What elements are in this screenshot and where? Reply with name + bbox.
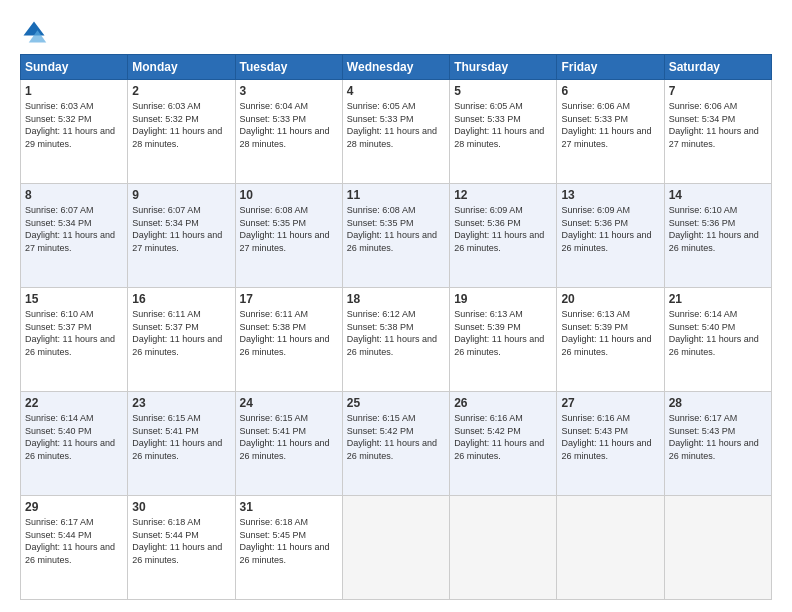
- day-number: 15: [25, 292, 123, 306]
- day-info: Sunrise: 6:10 AMSunset: 5:37 PMDaylight:…: [25, 309, 115, 357]
- calendar-day-cell: 9Sunrise: 6:07 AMSunset: 5:34 PMDaylight…: [128, 184, 235, 288]
- day-number: 25: [347, 396, 445, 410]
- day-info: Sunrise: 6:06 AMSunset: 5:34 PMDaylight:…: [669, 101, 759, 149]
- day-number: 1: [25, 84, 123, 98]
- day-number: 12: [454, 188, 552, 202]
- day-info: Sunrise: 6:09 AMSunset: 5:36 PMDaylight:…: [454, 205, 544, 253]
- day-info: Sunrise: 6:15 AMSunset: 5:42 PMDaylight:…: [347, 413, 437, 461]
- day-of-week-header: Sunday: [21, 55, 128, 80]
- calendar-week-row: 1Sunrise: 6:03 AMSunset: 5:32 PMDaylight…: [21, 80, 772, 184]
- calendar-day-cell: 21Sunrise: 6:14 AMSunset: 5:40 PMDayligh…: [664, 288, 771, 392]
- day-info: Sunrise: 6:09 AMSunset: 5:36 PMDaylight:…: [561, 205, 651, 253]
- calendar-day-cell: 13Sunrise: 6:09 AMSunset: 5:36 PMDayligh…: [557, 184, 664, 288]
- day-info: Sunrise: 6:05 AMSunset: 5:33 PMDaylight:…: [454, 101, 544, 149]
- day-number: 4: [347, 84, 445, 98]
- day-number: 22: [25, 396, 123, 410]
- calendar: SundayMondayTuesdayWednesdayThursdayFrid…: [20, 54, 772, 600]
- day-number: 10: [240, 188, 338, 202]
- calendar-day-cell: 19Sunrise: 6:13 AMSunset: 5:39 PMDayligh…: [450, 288, 557, 392]
- day-number: 28: [669, 396, 767, 410]
- day-info: Sunrise: 6:12 AMSunset: 5:38 PMDaylight:…: [347, 309, 437, 357]
- calendar-week-row: 29Sunrise: 6:17 AMSunset: 5:44 PMDayligh…: [21, 496, 772, 600]
- calendar-day-cell: 3Sunrise: 6:04 AMSunset: 5:33 PMDaylight…: [235, 80, 342, 184]
- day-number: 27: [561, 396, 659, 410]
- day-number: 29: [25, 500, 123, 514]
- calendar-day-cell: 29Sunrise: 6:17 AMSunset: 5:44 PMDayligh…: [21, 496, 128, 600]
- calendar-day-cell: 22Sunrise: 6:14 AMSunset: 5:40 PMDayligh…: [21, 392, 128, 496]
- calendar-day-cell: 31Sunrise: 6:18 AMSunset: 5:45 PMDayligh…: [235, 496, 342, 600]
- calendar-day-cell: 16Sunrise: 6:11 AMSunset: 5:37 PMDayligh…: [128, 288, 235, 392]
- day-info: Sunrise: 6:15 AMSunset: 5:41 PMDaylight:…: [132, 413, 222, 461]
- day-info: Sunrise: 6:07 AMSunset: 5:34 PMDaylight:…: [25, 205, 115, 253]
- calendar-day-cell: 30Sunrise: 6:18 AMSunset: 5:44 PMDayligh…: [128, 496, 235, 600]
- day-info: Sunrise: 6:14 AMSunset: 5:40 PMDaylight:…: [669, 309, 759, 357]
- calendar-day-cell: 25Sunrise: 6:15 AMSunset: 5:42 PMDayligh…: [342, 392, 449, 496]
- calendar-day-cell: 17Sunrise: 6:11 AMSunset: 5:38 PMDayligh…: [235, 288, 342, 392]
- day-of-week-header: Saturday: [664, 55, 771, 80]
- day-number: 14: [669, 188, 767, 202]
- day-info: Sunrise: 6:03 AMSunset: 5:32 PMDaylight:…: [132, 101, 222, 149]
- day-number: 16: [132, 292, 230, 306]
- day-of-week-header: Thursday: [450, 55, 557, 80]
- logo-icon: [20, 18, 48, 46]
- day-of-week-header: Tuesday: [235, 55, 342, 80]
- calendar-day-cell: [450, 496, 557, 600]
- day-info: Sunrise: 6:15 AMSunset: 5:41 PMDaylight:…: [240, 413, 330, 461]
- day-info: Sunrise: 6:03 AMSunset: 5:32 PMDaylight:…: [25, 101, 115, 149]
- day-info: Sunrise: 6:11 AMSunset: 5:37 PMDaylight:…: [132, 309, 222, 357]
- day-info: Sunrise: 6:17 AMSunset: 5:43 PMDaylight:…: [669, 413, 759, 461]
- day-number: 8: [25, 188, 123, 202]
- calendar-day-cell: 15Sunrise: 6:10 AMSunset: 5:37 PMDayligh…: [21, 288, 128, 392]
- day-number: 7: [669, 84, 767, 98]
- calendar-day-cell: 20Sunrise: 6:13 AMSunset: 5:39 PMDayligh…: [557, 288, 664, 392]
- calendar-day-cell: 6Sunrise: 6:06 AMSunset: 5:33 PMDaylight…: [557, 80, 664, 184]
- calendar-day-cell: 28Sunrise: 6:17 AMSunset: 5:43 PMDayligh…: [664, 392, 771, 496]
- calendar-day-cell: 12Sunrise: 6:09 AMSunset: 5:36 PMDayligh…: [450, 184, 557, 288]
- calendar-week-row: 22Sunrise: 6:14 AMSunset: 5:40 PMDayligh…: [21, 392, 772, 496]
- day-number: 21: [669, 292, 767, 306]
- calendar-day-cell: 8Sunrise: 6:07 AMSunset: 5:34 PMDaylight…: [21, 184, 128, 288]
- day-number: 19: [454, 292, 552, 306]
- day-info: Sunrise: 6:16 AMSunset: 5:43 PMDaylight:…: [561, 413, 651, 461]
- day-info: Sunrise: 6:16 AMSunset: 5:42 PMDaylight:…: [454, 413, 544, 461]
- day-info: Sunrise: 6:05 AMSunset: 5:33 PMDaylight:…: [347, 101, 437, 149]
- calendar-day-cell: 23Sunrise: 6:15 AMSunset: 5:41 PMDayligh…: [128, 392, 235, 496]
- calendar-week-row: 8Sunrise: 6:07 AMSunset: 5:34 PMDaylight…: [21, 184, 772, 288]
- day-number: 11: [347, 188, 445, 202]
- day-number: 9: [132, 188, 230, 202]
- day-info: Sunrise: 6:13 AMSunset: 5:39 PMDaylight:…: [454, 309, 544, 357]
- calendar-header-row: SundayMondayTuesdayWednesdayThursdayFrid…: [21, 55, 772, 80]
- calendar-day-cell: 24Sunrise: 6:15 AMSunset: 5:41 PMDayligh…: [235, 392, 342, 496]
- day-info: Sunrise: 6:06 AMSunset: 5:33 PMDaylight:…: [561, 101, 651, 149]
- day-info: Sunrise: 6:08 AMSunset: 5:35 PMDaylight:…: [347, 205, 437, 253]
- calendar-day-cell: 11Sunrise: 6:08 AMSunset: 5:35 PMDayligh…: [342, 184, 449, 288]
- day-number: 23: [132, 396, 230, 410]
- day-info: Sunrise: 6:08 AMSunset: 5:35 PMDaylight:…: [240, 205, 330, 253]
- calendar-body: 1Sunrise: 6:03 AMSunset: 5:32 PMDaylight…: [21, 80, 772, 600]
- day-number: 18: [347, 292, 445, 306]
- day-number: 3: [240, 84, 338, 98]
- calendar-day-cell: 27Sunrise: 6:16 AMSunset: 5:43 PMDayligh…: [557, 392, 664, 496]
- day-number: 6: [561, 84, 659, 98]
- day-info: Sunrise: 6:11 AMSunset: 5:38 PMDaylight:…: [240, 309, 330, 357]
- day-info: Sunrise: 6:04 AMSunset: 5:33 PMDaylight:…: [240, 101, 330, 149]
- calendar-day-cell: 26Sunrise: 6:16 AMSunset: 5:42 PMDayligh…: [450, 392, 557, 496]
- day-info: Sunrise: 6:14 AMSunset: 5:40 PMDaylight:…: [25, 413, 115, 461]
- day-number: 24: [240, 396, 338, 410]
- calendar-day-cell: 4Sunrise: 6:05 AMSunset: 5:33 PMDaylight…: [342, 80, 449, 184]
- page: SundayMondayTuesdayWednesdayThursdayFrid…: [0, 0, 792, 612]
- calendar-day-cell: [342, 496, 449, 600]
- day-number: 26: [454, 396, 552, 410]
- day-info: Sunrise: 6:10 AMSunset: 5:36 PMDaylight:…: [669, 205, 759, 253]
- day-number: 31: [240, 500, 338, 514]
- calendar-day-cell: [557, 496, 664, 600]
- day-number: 17: [240, 292, 338, 306]
- day-info: Sunrise: 6:18 AMSunset: 5:44 PMDaylight:…: [132, 517, 222, 565]
- calendar-day-cell: 1Sunrise: 6:03 AMSunset: 5:32 PMDaylight…: [21, 80, 128, 184]
- calendar-day-cell: 14Sunrise: 6:10 AMSunset: 5:36 PMDayligh…: [664, 184, 771, 288]
- day-of-week-header: Friday: [557, 55, 664, 80]
- day-info: Sunrise: 6:07 AMSunset: 5:34 PMDaylight:…: [132, 205, 222, 253]
- day-info: Sunrise: 6:17 AMSunset: 5:44 PMDaylight:…: [25, 517, 115, 565]
- day-number: 30: [132, 500, 230, 514]
- day-of-week-header: Monday: [128, 55, 235, 80]
